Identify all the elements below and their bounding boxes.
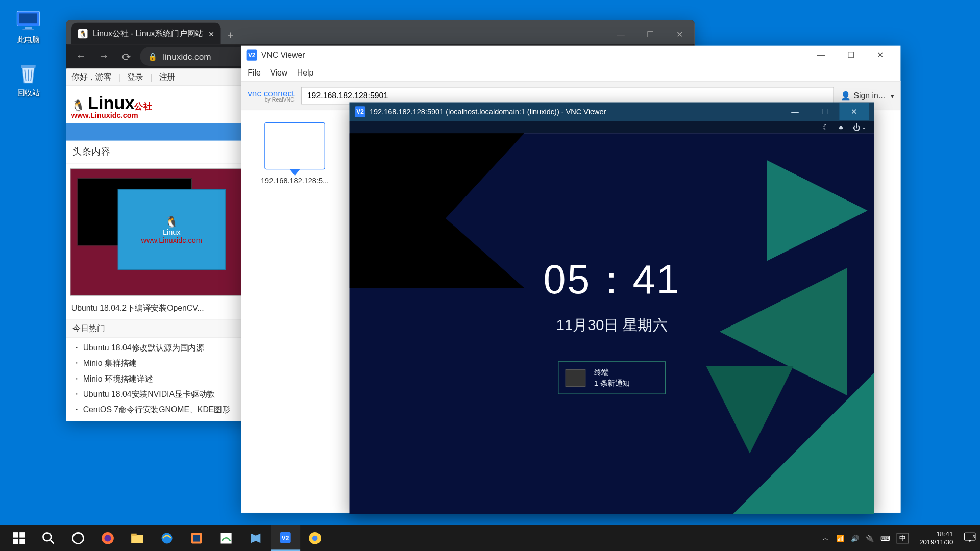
maximize-button[interactable]: ☐ [635, 24, 665, 44]
close-button[interactable]: ✕ [665, 24, 695, 44]
window-controls: — ☐ ✕ [806, 46, 895, 64]
address-text: linuxidc.com [163, 52, 211, 62]
vnc-connect-logo: vnc connect by RealVNC [248, 88, 294, 103]
minimize-button[interactable]: — [780, 103, 810, 120]
notif-title: 终端 [594, 367, 630, 378]
svg-rect-17 [193, 535, 200, 541]
desktop-icons: 此电脑 回收站 [8, 8, 48, 98]
terminal-icon [566, 369, 586, 386]
svg-rect-14 [131, 534, 137, 536]
menu-view[interactable]: View [270, 68, 287, 77]
start-button[interactable] [4, 525, 34, 551]
menu-help[interactable]: Help [297, 68, 314, 77]
svg-text:V2: V2 [282, 535, 289, 542]
tray-chevron-icon[interactable]: ︿ [822, 534, 829, 543]
desktop-icon-recycle-bin[interactable]: 回收站 [8, 61, 48, 98]
session-title-text: 192.168.182.128:5901 (localhost.localdom… [370, 108, 606, 116]
network-icon[interactable]: ♣ [839, 123, 844, 131]
taskbar-app[interactable] [211, 525, 241, 551]
close-button[interactable]: ✕ [839, 103, 869, 120]
vnc-menubar: File View Help [241, 65, 900, 81]
connection-label: 192.168.182.128:5... [261, 176, 329, 184]
system-tray: ︿ 📶 🔊 🔌 ⌨ 中 18:41 2019/11/30 3 [822, 530, 976, 546]
ime-indicator[interactable]: 中 [896, 533, 909, 543]
taskbar-chrome[interactable] [300, 525, 330, 551]
taskbar-ie[interactable] [152, 525, 182, 551]
lock-notification[interactable]: 终端 1 条新通知 [558, 361, 666, 394]
sign-in-button[interactable]: 👤 Sign in... ▾ [841, 91, 894, 100]
lock-time: 05：41 [544, 253, 680, 308]
connections-area: 192.168.182.128:5... [241, 110, 349, 513]
minimize-button[interactable]: — [806, 46, 836, 64]
taskbar-clock[interactable]: 18:41 2019/11/30 [919, 530, 953, 546]
desktop-icon-label: 此电脑 [17, 35, 40, 45]
notif-subtitle: 1 条新通知 [594, 378, 630, 388]
svg-rect-1 [19, 13, 37, 23]
task-view-button[interactable] [63, 525, 93, 551]
taskbar: V2 ︿ 📶 🔊 🔌 ⌨ 中 18:41 2019/11/30 3 [0, 525, 980, 551]
taskbar-firefox[interactable] [93, 525, 122, 551]
svg-point-22 [312, 536, 318, 541]
chrome-window-controls: — ☐ ✕ [606, 24, 695, 44]
vnc-app-icon: V2 [247, 50, 257, 61]
svg-rect-2 [25, 27, 32, 29]
user-icon: 👤 [841, 91, 851, 100]
window-controls: — ☐ ✕ [780, 103, 869, 120]
action-center-icon[interactable]: 3 [964, 532, 976, 544]
maximize-button[interactable]: ☐ [810, 103, 839, 120]
register-link[interactable]: 注册 [159, 71, 176, 83]
remote-desktop[interactable]: 05：41 11月30日 星期六 终端 1 条新通知 [349, 133, 874, 514]
forward-button[interactable]: → [94, 47, 113, 66]
tab-title: Linux公社 - Linux系统门户网站 [93, 28, 203, 39]
svg-rect-7 [13, 539, 18, 544]
night-icon[interactable]: ☾ [822, 123, 829, 132]
back-button[interactable]: ← [71, 47, 90, 66]
svg-rect-6 [19, 532, 25, 538]
power-icon[interactable]: ⏻ ▾ [853, 123, 866, 131]
search-button[interactable] [34, 525, 63, 551]
caption-text[interactable]: Ubuntu 18.04.2下编译安装OpenCV... [71, 303, 204, 314]
power-icon[interactable]: 🔌 [866, 535, 874, 542]
window-title: VNC Viewer [261, 51, 305, 60]
vnc-session-window: V2 192.168.182.128:5901 (localhost.local… [349, 102, 874, 514]
svg-rect-4 [21, 65, 35, 68]
svg-rect-5 [13, 532, 18, 538]
new-tab-button[interactable]: ＋ [221, 26, 240, 44]
connection-thumbnail[interactable] [264, 122, 325, 169]
greeting-text: 你好，游客 [71, 71, 112, 83]
site-logo[interactable]: 🐧 Linux公社 www.Linuxidc.com [71, 93, 152, 119]
lock-icon: 🔒 [148, 52, 157, 61]
taskbar-vnc-viewer[interactable]: V2 [271, 525, 300, 551]
vnc-address-input[interactable] [301, 87, 834, 104]
close-button[interactable]: ✕ [866, 46, 895, 64]
svg-rect-8 [19, 539, 25, 544]
chevron-down-icon: ▾ [891, 92, 894, 99]
wifi-icon[interactable]: 📶 [836, 535, 844, 542]
desktop-icon-label: 回收站 [17, 88, 40, 98]
taskbar-app[interactable] [241, 525, 271, 551]
taskbar-explorer[interactable] [122, 525, 152, 551]
desktop-icon-this-pc[interactable]: 此电脑 [8, 8, 48, 45]
minimize-button[interactable]: — [606, 24, 635, 44]
taskbar-vmware[interactable] [182, 525, 211, 551]
svg-rect-3 [22, 29, 34, 30]
menu-file[interactable]: File [248, 68, 261, 77]
maximize-button[interactable]: ☐ [836, 46, 866, 64]
chrome-tabstrip: 🐧 Linux公社 - Linux系统门户网站 × ＋ — ☐ ✕ [66, 20, 695, 44]
lock-screen: 05：41 11月30日 星期六 终端 1 条新通知 [349, 133, 874, 514]
tab-favicon: 🐧 [78, 29, 87, 38]
clock-date: 2019/11/30 [919, 538, 953, 546]
keyboard-icon[interactable]: ⌨ [880, 535, 890, 542]
tab-close-icon[interactable]: × [209, 28, 214, 39]
volume-icon[interactable]: 🔊 [851, 535, 859, 542]
session-titlebar: V2 192.168.182.128:5901 (localhost.local… [349, 102, 874, 121]
vnc-titlebar: V2 VNC Viewer — ☐ ✕ [241, 46, 900, 65]
vnc-app-icon: V2 [355, 106, 365, 117]
login-link[interactable]: 登录 [127, 71, 143, 83]
svg-point-10 [72, 533, 83, 543]
svg-point-12 [104, 535, 111, 541]
reload-button[interactable]: ⟳ [117, 47, 136, 66]
remote-top-panel: ☾ ♣ ⏻ ▾ [349, 121, 874, 133]
svg-text:3: 3 [973, 534, 975, 539]
chrome-tab[interactable]: 🐧 Linux公社 - Linux系统门户网站 × [71, 23, 221, 44]
